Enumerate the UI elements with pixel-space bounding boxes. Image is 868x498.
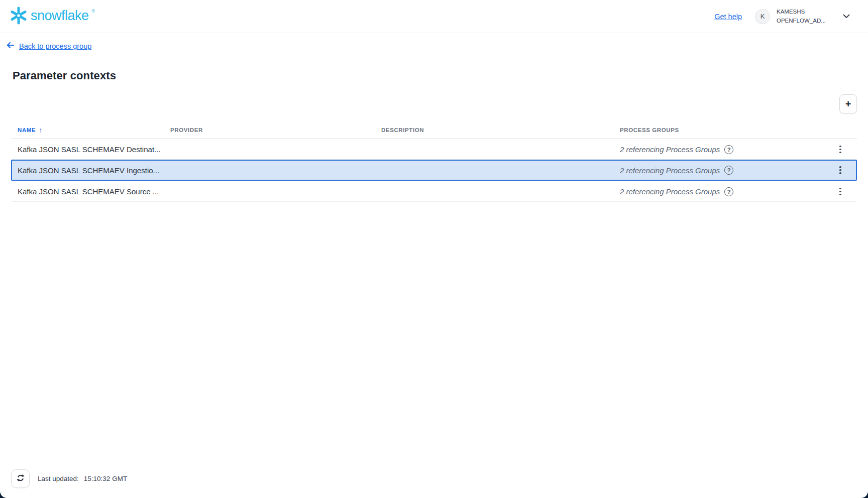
column-header-provider[interactable]: PROVIDER [170, 127, 381, 133]
top-header: snowflake ® Get help K KAMESHS OPENFLOW_… [0, 0, 868, 33]
table-header-row: NAME ↑ PROVIDER DESCRIPTION PROCESS GROU… [11, 121, 857, 139]
snowflake-logo-icon [10, 7, 28, 27]
avatar-initial: K [761, 13, 765, 20]
user-name: KAMESHS [777, 8, 833, 16]
help-icon[interactable]: ? [724, 145, 733, 154]
kebab-menu-icon[interactable] [836, 143, 844, 156]
last-updated-value: 15:10:32 GMT [84, 475, 127, 482]
back-link[interactable]: Back to process group [19, 42, 91, 50]
app-card: snowflake ® Get help K KAMESHS OPENFLOW_… [0, 0, 868, 498]
row-name: Kafka JSON SASL SCHEMAEV Destinat... [18, 145, 170, 154]
help-icon[interactable]: ? [724, 187, 733, 196]
back-row: Back to process group [6, 42, 868, 51]
brand-name: snowflake [31, 7, 89, 25]
row-name: Kafka JSON SASL SCHEMAEV Ingestio... [18, 166, 170, 175]
brand: snowflake ® [10, 7, 95, 27]
header-right: Get help K KAMESHS OPENFLOW_AD... [714, 8, 850, 25]
sort-ascending-icon: ↑ [39, 126, 43, 134]
add-parameter-context-button[interactable]: + [839, 94, 857, 113]
plus-icon: + [845, 98, 851, 109]
chevron-down-icon[interactable] [843, 14, 850, 19]
column-header-process-groups[interactable]: PROCESS GROUPS [620, 127, 830, 133]
help-icon[interactable]: ? [724, 166, 733, 175]
kebab-menu-icon[interactable] [836, 185, 844, 198]
table-row-selected[interactable]: Kafka JSON SASL SCHEMAEV Ingestio... 2 r… [11, 160, 857, 181]
user-menu[interactable]: K KAMESHS OPENFLOW_AD... [755, 8, 850, 25]
status-bar: Last updated: 15:10:32 GMT [11, 469, 127, 488]
user-role: OPENFLOW_AD... [777, 17, 833, 25]
get-help-link[interactable]: Get help [714, 13, 742, 21]
row-process-groups: 2 referencing Process Groups ? [620, 145, 830, 154]
refresh-button[interactable] [11, 469, 30, 488]
column-header-description[interactable]: DESCRIPTION [381, 127, 620, 133]
last-updated-label: Last updated: [38, 475, 79, 482]
brand-registered-mark: ® [92, 9, 95, 14]
parameter-contexts-table: NAME ↑ PROVIDER DESCRIPTION PROCESS GROU… [11, 121, 857, 202]
row-process-groups: 2 referencing Process Groups ? [620, 166, 830, 175]
table-row[interactable]: Kafka JSON SASL SCHEMAEV Source ... 2 re… [11, 181, 857, 202]
table-row[interactable]: Kafka JSON SASL SCHEMAEV Destinat... 2 r… [11, 139, 857, 160]
page-title: Parameter contexts [13, 69, 868, 82]
toolbar: + [11, 94, 857, 113]
refresh-icon [16, 473, 25, 484]
avatar: K [755, 9, 770, 24]
kebab-menu-icon[interactable] [836, 164, 844, 177]
row-process-groups: 2 referencing Process Groups ? [620, 187, 830, 196]
user-name-block: KAMESHS OPENFLOW_AD... [777, 8, 833, 25]
row-name: Kafka JSON SASL SCHEMAEV Source ... [18, 187, 170, 196]
back-arrow-icon[interactable] [6, 42, 15, 51]
column-header-name[interactable]: NAME ↑ [18, 126, 170, 134]
